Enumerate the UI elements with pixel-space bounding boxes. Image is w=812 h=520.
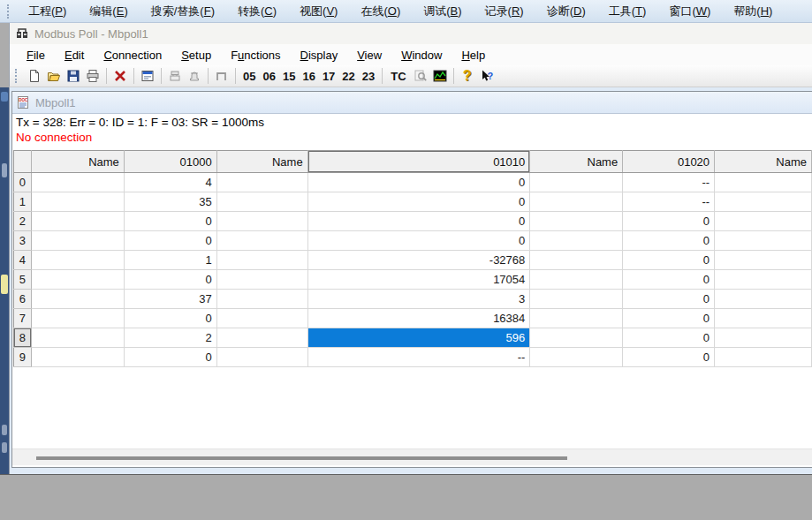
grid-cell[interactable]: 0 bbox=[623, 328, 715, 348]
grid-cell[interactable] bbox=[715, 348, 812, 367]
host-menu-item-1[interactable]: 编辑(E) bbox=[78, 1, 139, 22]
function-code-16-button[interactable]: 16 bbox=[299, 68, 318, 85]
grid-cell[interactable]: 0 bbox=[124, 309, 216, 328]
grid-cell[interactable]: 0 bbox=[124, 348, 216, 367]
row-header-7[interactable]: 7 bbox=[14, 309, 32, 328]
find-button[interactable] bbox=[411, 66, 430, 86]
grid-cell[interactable] bbox=[715, 173, 812, 192]
host-menu-item-5[interactable]: 在线(O) bbox=[349, 1, 412, 22]
grid-cell[interactable] bbox=[715, 270, 812, 290]
function-code-23-button[interactable]: 23 bbox=[359, 68, 378, 85]
grid-cell[interactable]: 16384 bbox=[307, 309, 530, 328]
grid-cell[interactable]: 0 bbox=[307, 192, 530, 212]
app-menu-item-4[interactable]: Functions bbox=[221, 46, 290, 64]
app-menu-item-1[interactable]: Edit bbox=[55, 46, 94, 64]
test-center-button[interactable]: TC bbox=[386, 68, 410, 85]
grid-cell[interactable] bbox=[530, 270, 623, 290]
app-menu-item-6[interactable]: View bbox=[347, 46, 391, 64]
new-file-button[interactable] bbox=[25, 66, 44, 86]
grid-cell[interactable]: 2 bbox=[124, 328, 216, 348]
grid-cell[interactable]: 0 bbox=[623, 348, 715, 367]
grid-cell[interactable] bbox=[216, 231, 307, 251]
grid-cell[interactable] bbox=[715, 251, 812, 270]
grid-cell[interactable]: 0 bbox=[307, 231, 530, 251]
grid-cell[interactable] bbox=[715, 290, 812, 309]
grid-cell[interactable] bbox=[216, 173, 307, 192]
grid-cell[interactable] bbox=[530, 192, 623, 212]
app-menu-item-5[interactable]: Display bbox=[291, 46, 348, 64]
grid-cell[interactable] bbox=[31, 348, 124, 367]
toolbar-grip[interactable] bbox=[15, 69, 19, 83]
grid-cell[interactable]: 0 bbox=[124, 270, 216, 290]
grid-cell[interactable]: 3 bbox=[307, 290, 530, 309]
grid-cell[interactable]: 4 bbox=[124, 173, 216, 192]
row-header-6[interactable]: 6 bbox=[14, 290, 32, 309]
grid-cell[interactable]: 17054 bbox=[307, 270, 530, 290]
function-code-15-button[interactable]: 15 bbox=[279, 68, 299, 85]
toolbar-grip[interactable] bbox=[7, 4, 11, 19]
host-menu-item-7[interactable]: 记录(R) bbox=[474, 1, 535, 22]
grid-cell[interactable]: -32768 bbox=[307, 251, 530, 270]
document-titlebar[interactable]: DOC Mbpoll1 bbox=[12, 92, 812, 114]
row-header-0[interactable]: 0 bbox=[14, 173, 32, 192]
grid-cell[interactable]: 0 bbox=[124, 231, 216, 251]
grid-cell[interactable] bbox=[31, 192, 124, 212]
grid-cell[interactable]: -- bbox=[623, 192, 715, 212]
grid-corner-header[interactable] bbox=[14, 151, 32, 173]
poll-once-button[interactable] bbox=[165, 66, 185, 86]
grid-cell[interactable] bbox=[216, 251, 307, 270]
open-file-button[interactable] bbox=[44, 66, 64, 86]
grid-cell[interactable]: 1 bbox=[124, 251, 216, 270]
grid-cell[interactable]: 37 bbox=[124, 290, 216, 309]
host-menu-item-8[interactable]: 诊断(D) bbox=[535, 1, 597, 22]
row-header-1[interactable]: 1 bbox=[14, 192, 32, 212]
grid-cell[interactable]: 0 bbox=[623, 231, 715, 251]
context-help-button[interactable]: ? bbox=[477, 66, 497, 86]
app-menu-item-8[interactable]: Help bbox=[452, 46, 495, 64]
function-code-05-button[interactable]: 05 bbox=[239, 68, 259, 85]
setup-dialog-button[interactable] bbox=[138, 66, 157, 86]
grid-cell[interactable] bbox=[530, 231, 623, 251]
grid-cell[interactable] bbox=[715, 192, 812, 212]
grid-cell[interactable] bbox=[530, 328, 623, 348]
dock-handle[interactable] bbox=[1, 275, 8, 294]
app-menu-item-0[interactable]: File bbox=[17, 46, 55, 64]
column-header-Name[interactable]: Name bbox=[530, 151, 623, 173]
grid-cell[interactable] bbox=[715, 231, 812, 251]
host-menu-item-11[interactable]: 帮助(H) bbox=[722, 1, 784, 22]
grid-cell[interactable] bbox=[31, 270, 124, 290]
host-menu-item-0[interactable]: 工程(P) bbox=[17, 1, 78, 22]
host-menu-item-3[interactable]: 转换(C) bbox=[226, 1, 288, 22]
dock-handle[interactable] bbox=[2, 425, 7, 435]
grid-cell[interactable] bbox=[216, 290, 307, 309]
dock-handle[interactable] bbox=[1, 92, 8, 102]
column-header-01010[interactable]: 01010 bbox=[307, 151, 530, 173]
grid-cell[interactable] bbox=[715, 212, 812, 231]
host-menu-item-2[interactable]: 搜索/替换(F) bbox=[140, 1, 226, 22]
print-button[interactable] bbox=[83, 66, 102, 86]
save-file-button[interactable] bbox=[64, 66, 83, 86]
modbus-poll-titlebar[interactable]: Modbus Poll - Mbpoll1 bbox=[9, 23, 812, 44]
row-header-2[interactable]: 2 bbox=[14, 212, 32, 231]
grid-cell[interactable] bbox=[530, 348, 623, 367]
column-header-01000[interactable]: 01000 bbox=[124, 151, 216, 173]
grid-cell[interactable]: 0 bbox=[623, 309, 715, 328]
grid-cell[interactable] bbox=[31, 212, 124, 231]
grid-cell[interactable] bbox=[31, 231, 124, 251]
app-menu-item-2[interactable]: Connection bbox=[94, 46, 171, 64]
row-header-8[interactable]: 8 bbox=[14, 328, 32, 348]
column-header-Name[interactable]: Name bbox=[715, 151, 812, 173]
traffic-monitor-button[interactable] bbox=[430, 66, 450, 86]
grid-cell[interactable] bbox=[530, 290, 623, 309]
grid-cell[interactable] bbox=[31, 309, 124, 328]
grid-cell[interactable]: 0 bbox=[623, 270, 715, 290]
grid-cell[interactable]: 35 bbox=[124, 192, 216, 212]
help-button[interactable]: ? bbox=[458, 66, 477, 86]
grid-cell[interactable] bbox=[216, 212, 307, 231]
dock-handle[interactable] bbox=[2, 163, 7, 177]
grid-cell[interactable]: 0 bbox=[623, 251, 715, 270]
row-header-9[interactable]: 9 bbox=[14, 348, 32, 367]
grid-cell[interactable] bbox=[216, 270, 307, 290]
app-menu-item-7[interactable]: Window bbox=[391, 46, 452, 64]
column-header-01020[interactable]: 01020 bbox=[623, 151, 715, 173]
